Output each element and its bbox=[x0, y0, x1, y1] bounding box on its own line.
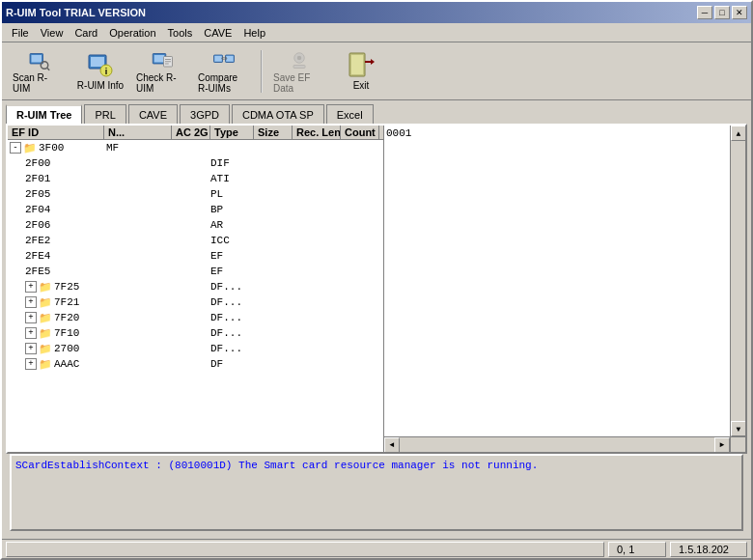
svg-rect-1 bbox=[32, 55, 42, 63]
log-line: SCardEstablishContext : (8010001D) The S… bbox=[15, 460, 738, 471]
tree-row[interactable]: 2F06 AR bbox=[8, 217, 383, 233]
compare-ruims-button[interactable]: ⇔ Compare R-UIMs bbox=[195, 46, 253, 97]
expand-icon[interactable]: + bbox=[25, 296, 37, 308]
tree-cell-type: DF... bbox=[210, 296, 254, 308]
status-left bbox=[6, 542, 604, 557]
scroll-up-button[interactable]: ▲ bbox=[731, 126, 745, 141]
tree-row[interactable]: + 📁 7F10 DF... bbox=[8, 325, 383, 341]
tree-row[interactable]: + 📁 2700 DF... bbox=[8, 341, 383, 356]
svg-point-20 bbox=[297, 55, 302, 60]
save-ef-data-button[interactable]: Save EF Data bbox=[270, 46, 328, 97]
expand-icon[interactable]: + bbox=[25, 281, 37, 293]
scroll-track-v bbox=[731, 141, 745, 421]
tree-cell-id: 7F10 bbox=[54, 327, 79, 339]
svg-marker-25 bbox=[371, 59, 375, 65]
tree-row[interactable]: + 📁 AAAC DF bbox=[8, 356, 383, 372]
tree-row[interactable]: 2FE4 EF bbox=[8, 248, 383, 264]
expand-icon[interactable]: - bbox=[10, 142, 21, 154]
header-ef-id: EF ID bbox=[8, 126, 104, 139]
maximize-button[interactable]: □ bbox=[714, 6, 730, 19]
tab-prl[interactable]: PRL bbox=[84, 104, 126, 124]
tree-cell-type: AR bbox=[210, 219, 254, 231]
tree-row[interactable]: 2F01 ATI bbox=[8, 171, 383, 186]
tree-cell-type: DIF bbox=[210, 157, 254, 169]
scroll-right-button[interactable]: ► bbox=[714, 437, 730, 453]
data-area[interactable]: 0001 bbox=[384, 126, 730, 436]
tab-3gpd[interactable]: 3GPD bbox=[180, 104, 230, 124]
expand-icon[interactable]: + bbox=[25, 312, 37, 323]
tree-cell-type: DF... bbox=[210, 312, 254, 323]
svg-rect-5 bbox=[91, 57, 104, 67]
compare-ruims-icon: ⇔ bbox=[209, 49, 239, 72]
tab-excel[interactable]: Excel bbox=[326, 104, 374, 124]
toolbar-separator bbox=[261, 50, 263, 93]
tree-cell-id: 2FE4 bbox=[25, 250, 104, 262]
tree-cell-type: ICC bbox=[210, 235, 254, 246]
tree-row[interactable]: 2F00 DIF bbox=[8, 155, 383, 171]
save-ef-data-icon bbox=[284, 49, 315, 72]
tree-cell-id: 2F06 bbox=[25, 219, 104, 231]
tree-cell-id: AAAC bbox=[54, 358, 79, 370]
svg-point-2 bbox=[41, 61, 48, 69]
tree-row[interactable]: - 📁 3F00 MF bbox=[8, 140, 383, 155]
h-scrollbar: ◄ ► bbox=[384, 436, 745, 452]
tab-ruim-tree[interactable]: R-UIM Tree bbox=[6, 104, 82, 124]
scan-ruim-button[interactable]: Scan R-UIM bbox=[10, 46, 68, 97]
menu-bar: File View Card Operation Tools CAVE Help bbox=[2, 23, 751, 42]
tree-row[interactable]: + 📁 7F25 DF... bbox=[8, 279, 383, 294]
tree-row[interactable]: + 📁 7F21 DF... bbox=[8, 294, 383, 310]
ruim-info-button[interactable]: i R-UIM Info bbox=[71, 46, 129, 97]
data-and-vscroll: 0001 ▲ ▼ bbox=[384, 126, 745, 436]
header-size: Size bbox=[254, 126, 293, 139]
tree-cell-id: 3F00 bbox=[39, 142, 64, 154]
menu-help[interactable]: Help bbox=[237, 25, 271, 41]
tree-row[interactable]: 2FE5 EF bbox=[8, 264, 383, 279]
expand-icon[interactable]: + bbox=[25, 358, 37, 370]
scroll-left-button[interactable]: ◄ bbox=[384, 437, 400, 453]
exit-button[interactable]: Exit bbox=[332, 46, 390, 97]
main-window: R-UIM Tool TRIAL VERSION ─ □ ✕ File View… bbox=[0, 0, 753, 560]
tree-cell-type: EF bbox=[210, 266, 254, 277]
tree-cell-id: 7F21 bbox=[54, 296, 79, 308]
close-button[interactable]: ✕ bbox=[732, 6, 747, 19]
folder-icon: 📁 bbox=[39, 327, 52, 340]
folder-icon: 📁 bbox=[39, 312, 52, 324]
v-scrollbar: ▲ ▼ bbox=[730, 126, 745, 436]
menu-cave[interactable]: CAVE bbox=[198, 25, 237, 41]
tree-cell-id: 2700 bbox=[54, 343, 79, 354]
check-ruim-icon bbox=[147, 49, 178, 72]
menu-operation[interactable]: Operation bbox=[103, 25, 161, 41]
tree-header: EF ID N... AC 2G Type Size Rec. Len Coun… bbox=[8, 126, 383, 140]
scroll-down-button[interactable]: ▼ bbox=[731, 421, 745, 436]
tree-row[interactable]: + 📁 7F20 DF... bbox=[8, 310, 383, 325]
tree-row[interactable]: 2F05 PL bbox=[8, 186, 383, 202]
folder-icon: 📁 bbox=[39, 358, 52, 371]
tab-cdma-ota-sp[interactable]: CDMA OTA SP bbox=[232, 104, 324, 124]
tree-cell-id: 2FE2 bbox=[25, 235, 104, 246]
menu-file[interactable]: File bbox=[6, 25, 35, 41]
minimize-button[interactable]: ─ bbox=[697, 6, 712, 19]
tree-cell-id: 2F05 bbox=[25, 188, 104, 200]
tree-body[interactable]: - 📁 3F00 MF 2F00 bbox=[8, 140, 383, 452]
header-ac2g: AC 2G bbox=[172, 126, 210, 139]
tree-cell-type: DF bbox=[210, 358, 254, 370]
tree-cell-type: ATI bbox=[210, 173, 254, 184]
tree-cell-type: DF... bbox=[210, 343, 254, 354]
header-name: N... bbox=[104, 126, 172, 139]
expand-icon[interactable]: + bbox=[25, 327, 37, 339]
window-title: R-UIM Tool TRIAL VERSION bbox=[6, 7, 146, 18]
menu-card[interactable]: Card bbox=[69, 25, 103, 41]
save-ef-data-label: Save EF Data bbox=[273, 72, 325, 94]
expand-icon[interactable]: + bbox=[25, 343, 37, 354]
tab-cave[interactable]: CAVE bbox=[128, 104, 178, 124]
tree-row[interactable]: 2FE2 ICC bbox=[8, 233, 383, 248]
menu-view[interactable]: View bbox=[35, 25, 70, 41]
title-bar: R-UIM Tool TRIAL VERSION ─ □ ✕ bbox=[2, 2, 751, 23]
menu-tools[interactable]: Tools bbox=[162, 25, 199, 41]
check-ruim-button[interactable]: Check R-UIM bbox=[133, 46, 191, 97]
content-wrapper: EF ID N... AC 2G Type Size Rec. Len Coun… bbox=[6, 124, 747, 454]
tree-row[interactable]: 2F04 BP bbox=[8, 202, 383, 217]
compare-ruims-label: Compare R-UIMs bbox=[198, 72, 250, 94]
tree-cell-id: 2F00 bbox=[25, 157, 50, 169]
svg-text:i: i bbox=[105, 67, 108, 76]
